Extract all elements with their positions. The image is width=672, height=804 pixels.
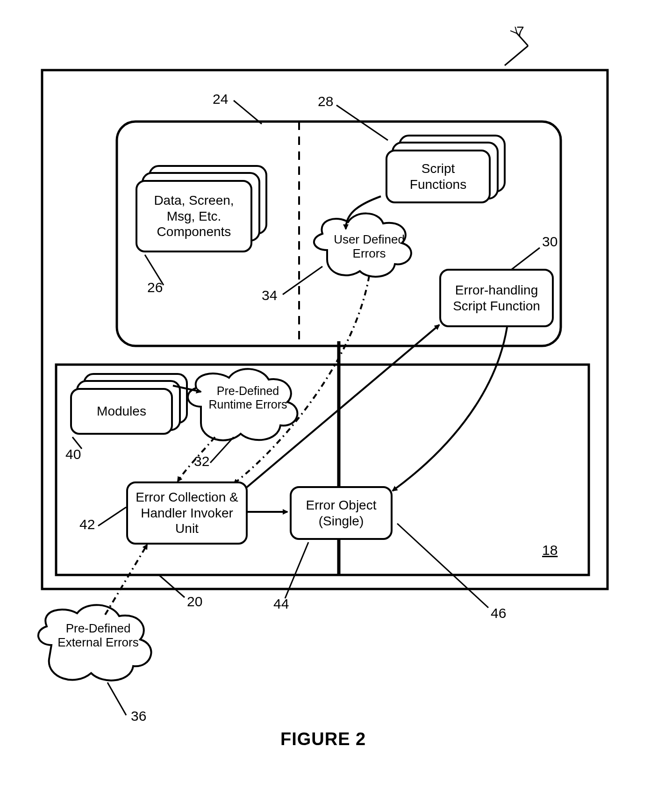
leader-24 [234,100,262,124]
leader-44 [285,542,308,598]
leader-42 [98,507,126,526]
ref-20: 20 [187,594,202,610]
box-error-object-single: Error Object (Single) [290,486,393,540]
figure-title: FIGURE 2 [280,729,366,749]
leader-36 [107,682,126,715]
ref-34: 34 [262,287,277,303]
ref-26: 26 [147,280,163,295]
ref-46: 46 [491,605,506,621]
ref-18: 18 [542,542,558,558]
leader-20 [159,575,185,597]
leader-32 [210,437,234,463]
leader-34 [283,266,322,294]
ref-30: 30 [542,234,558,250]
box-modules: Modules [70,388,173,435]
ref-28: 28 [318,93,333,109]
cloud-text-external-errors: Pre-Defined External Errors [54,622,143,650]
leader-46 [397,524,488,608]
ref-24: 24 [213,91,228,107]
box-components: Data, Screen, Msg, Etc. Components [136,180,252,252]
box-error-collection-invoker: Error Collection & Handler Invoker Unit [126,481,248,545]
ref-42: 42 [79,517,95,532]
ref-40: 40 [65,446,81,462]
arrow-usererrors-to-collector [234,276,369,484]
arrow-modules-to-runtimeerrors [173,386,201,392]
ref-44: 44 [273,596,289,612]
ref-32: 32 [194,453,209,469]
cloud-text-user-defined-errors: User Defined Errors [327,233,411,261]
box-script-functions: Script Functions [386,150,491,203]
arrow-handlerfn-to-errorobject [393,327,507,491]
arrow-externalerrors-to-collector [105,545,147,615]
leader-30 [509,248,540,271]
ref-36: 36 [131,708,146,724]
arrow-scriptfn-to-usererrors [346,196,381,229]
leader-28 [336,105,388,140]
box-error-handling-script: Error-handling Script Function [439,269,554,327]
ref-7: 7 [516,23,524,39]
leader-7 [505,46,528,65]
cloud-text-runtime-errors: Pre-Defined Runtime Errors [205,384,291,411]
